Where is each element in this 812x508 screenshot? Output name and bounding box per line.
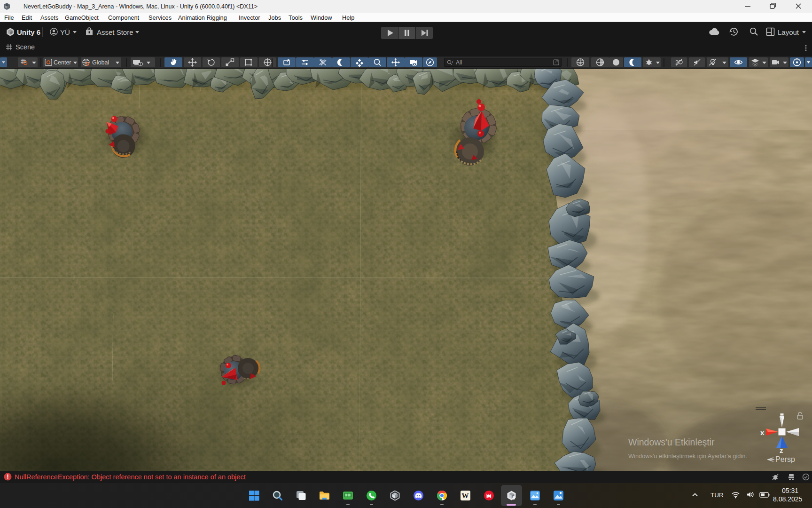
svg-text:Center: Center [54, 59, 71, 66]
svg-text:Global: Global [92, 59, 109, 66]
svg-text:Windows'u etkinleştirmek için: Windows'u etkinleştirmek için Ayarlar'a … [628, 452, 747, 460]
svg-text:W: W [462, 492, 469, 500]
svg-text:All: All [456, 59, 462, 66]
svg-text:Persp: Persp [775, 455, 795, 463]
svg-text:z: z [780, 446, 783, 454]
svg-text:Windows'u Etkinleştir: Windows'u Etkinleştir [628, 437, 715, 447]
svg-text:6: 6 [513, 495, 515, 500]
svg-text:x: x [760, 429, 765, 437]
